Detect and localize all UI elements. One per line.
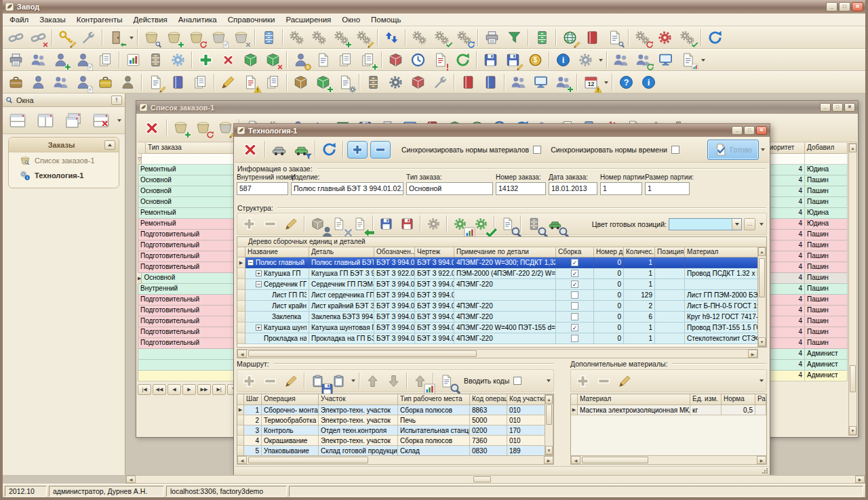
technology-edit-icon[interactable] bbox=[353, 28, 375, 47]
info-field-input-4[interactable]: 18.01.2013 bbox=[549, 182, 597, 195]
menu-item-5[interactable]: Справочники bbox=[222, 14, 281, 25]
navigator-gear-icon[interactable] bbox=[167, 50, 189, 70]
order-row-right[interactable]: 4 Пашин bbox=[759, 316, 848, 327]
maximize-button[interactable]: □ bbox=[839, 2, 850, 12]
order-add-icon[interactable] bbox=[163, 28, 185, 47]
staff-icon[interactable] bbox=[50, 72, 72, 92]
link-delete-icon[interactable] bbox=[27, 28, 50, 47]
scroll-up-arrow[interactable]: ▲ bbox=[849, 144, 856, 152]
car-find-icon[interactable] bbox=[545, 215, 566, 234]
route-renumber-icon[interactable] bbox=[410, 371, 431, 390]
order-row[interactable]: Подготовительный bbox=[138, 262, 235, 273]
team-sync-icon[interactable] bbox=[632, 50, 654, 70]
route-row[interactable]: 3 Контроль Отдел техн.контроля Испытател… bbox=[237, 425, 553, 436]
tree-group-header[interactable]: Дерево сборочных единиц и деталей bbox=[237, 237, 766, 247]
dock-toolbar-dropdown[interactable] bbox=[115, 110, 123, 130]
route-vertical-scrollbar[interactable]: ▲ ▼ bbox=[545, 394, 553, 455]
order-row-right[interactable]: 4 Пашин bbox=[759, 186, 848, 197]
users-pair-icon[interactable] bbox=[27, 50, 50, 70]
options-gear-icon[interactable] bbox=[574, 50, 597, 70]
cash-icon[interactable]: $ bbox=[524, 50, 547, 70]
gears-ok-icon[interactable] bbox=[676, 28, 698, 47]
order-row[interactable]: Подготовительный bbox=[138, 241, 235, 251]
minimize-button[interactable]: _ bbox=[826, 2, 837, 12]
close-button[interactable]: ✕ bbox=[852, 2, 863, 12]
route-paste-icon[interactable] bbox=[307, 371, 328, 390]
ready-color-combobox[interactable] bbox=[669, 218, 742, 230]
route-move-up-icon[interactable] bbox=[362, 371, 383, 390]
menu-item-4[interactable]: Аналитика bbox=[173, 14, 222, 25]
tree-row[interactable]: +Катушка ГП Катушка ГП БЭТ З 922. БЭТ З … bbox=[237, 268, 766, 279]
kit-add-icon[interactable] bbox=[312, 72, 334, 92]
order-row[interactable] bbox=[138, 360, 235, 371]
doc-chart-icon[interactable] bbox=[677, 50, 699, 70]
column-header-added-by[interactable]: Добавил bbox=[805, 143, 848, 154]
tree-column-header-4[interactable]: Примечание по детали bbox=[454, 247, 556, 257]
tree-column-header-8[interactable]: Позиция bbox=[655, 247, 685, 257]
foreman-icon[interactable] bbox=[117, 72, 139, 92]
route-row[interactable]: 4 Окрашивание Электро-техн. участок Сбор… bbox=[237, 436, 553, 446]
collapse-all-button[interactable] bbox=[370, 141, 391, 159]
order-row-right[interactable]: 4 Пашин bbox=[759, 295, 848, 306]
order-refresh-icon[interactable] bbox=[192, 118, 214, 138]
orders-vertical-scrollbar[interactable]: ▲ ▼ bbox=[848, 143, 857, 436]
order-row-right[interactable]: 4 Пашин bbox=[759, 284, 848, 295]
struct-doc-out-icon[interactable] bbox=[349, 215, 370, 234]
order-row[interactable]: ▶ Основной bbox=[138, 273, 235, 284]
save-edit-icon[interactable] bbox=[502, 50, 524, 70]
filter-cell[interactable] bbox=[142, 154, 235, 165]
windows-close-all-button[interactable] bbox=[87, 109, 114, 132]
group-users-icon[interactable] bbox=[507, 72, 530, 92]
struct-add-icon[interactable] bbox=[239, 215, 260, 234]
tree-expander[interactable]: + bbox=[256, 325, 262, 331]
order-delete-icon[interactable] bbox=[230, 28, 252, 47]
order-row-right[interactable]: 4 Юдина bbox=[759, 208, 848, 219]
assembly-checkbox[interactable]: ✓ bbox=[571, 324, 578, 331]
technology-add-icon[interactable] bbox=[330, 28, 353, 47]
ready-dropdown[interactable] bbox=[759, 140, 766, 159]
materials-toolbar-dropdown[interactable] bbox=[757, 371, 765, 391]
group-add-icon[interactable] bbox=[552, 72, 574, 92]
database-server-icon[interactable] bbox=[258, 28, 280, 47]
doc-alert-icon[interactable] bbox=[429, 50, 452, 70]
tree-row[interactable]: Лист ГП ПЭ! Лист сердечника ГП П. БЭТ З … bbox=[237, 290, 766, 301]
sync-time-checkbox[interactable] bbox=[671, 146, 679, 154]
orders-window-title-bar[interactable]: Список заказов-1 _ □ ✕ bbox=[136, 101, 858, 114]
assembly-checkbox[interactable]: ✓ bbox=[571, 259, 578, 266]
report-chart-icon[interactable] bbox=[122, 50, 144, 70]
order-row[interactable]: Ремонтный bbox=[138, 208, 235, 219]
nav-prior-button[interactable]: ◀ bbox=[167, 384, 181, 395]
parcel-red-icon[interactable] bbox=[384, 50, 407, 70]
route-preview-icon[interactable] bbox=[436, 371, 457, 390]
doc-copy-icon[interactable] bbox=[334, 50, 357, 70]
dock-item-0[interactable]: Список заказов-1 bbox=[9, 152, 119, 167]
tree-expander[interactable]: − bbox=[256, 281, 262, 287]
expand-all-button[interactable] bbox=[347, 141, 368, 159]
order-row[interactable]: Ремонтный bbox=[138, 165, 235, 175]
ready-color-more-button[interactable]: … bbox=[744, 218, 755, 230]
route-column-header-3[interactable]: Тип рабочего места bbox=[398, 394, 470, 405]
gear-check-icon[interactable] bbox=[471, 215, 492, 234]
order-row-right[interactable]: 4 Пашин bbox=[759, 306, 848, 316]
info-field-input-6[interactable]: 1 bbox=[645, 182, 690, 195]
save-blue-icon[interactable] bbox=[376, 215, 397, 234]
tech-minimize-button[interactable]: _ bbox=[732, 126, 743, 135]
archive-cabinet-icon[interactable] bbox=[531, 28, 553, 47]
dock-item-1[interactable]: i Технология-1 bbox=[9, 167, 119, 182]
task-warning-icon[interactable] bbox=[239, 72, 262, 92]
nav-next-page-button[interactable]: ▶▶ bbox=[197, 384, 211, 395]
order-row-right[interactable]: 4 Юдина bbox=[759, 165, 848, 175]
route-toolbar-dropdown[interactable] bbox=[545, 371, 552, 391]
product-delete-icon[interactable] bbox=[262, 50, 284, 70]
tree-row[interactable]: Прокладка на Г Прокладка на ГП БЭТ: БЭТ … bbox=[237, 333, 766, 344]
gears-sync-icon[interactable] bbox=[631, 28, 654, 47]
materials-column-header-0[interactable]: Материал bbox=[578, 394, 690, 405]
technology-gears-2-icon[interactable] bbox=[308, 28, 330, 47]
order-row-right[interactable]: 4 Пашин bbox=[759, 338, 848, 349]
sync-green-icon[interactable] bbox=[452, 50, 474, 70]
nav-first-button[interactable]: |◀ bbox=[138, 384, 151, 395]
tree-row[interactable]: −Сердечник ГП Г Сердечник ГП ПЭМ-20( БЭТ… bbox=[237, 279, 766, 290]
tree-row[interactable]: ▶ −Полюс главный Полюс главный БЭТ З 9 Б… bbox=[237, 257, 766, 268]
order-row[interactable]: Внутренний bbox=[138, 284, 235, 295]
monitor-report-icon[interactable] bbox=[654, 50, 677, 70]
